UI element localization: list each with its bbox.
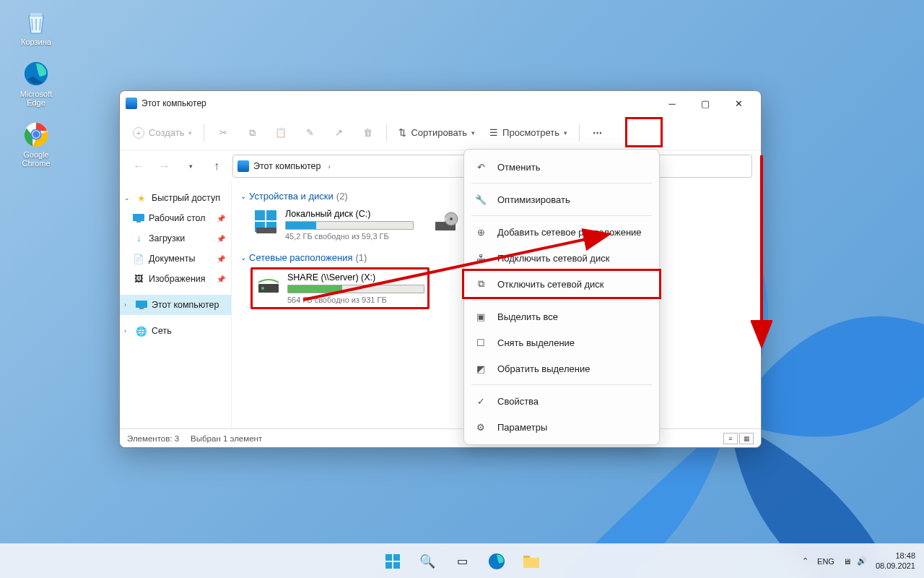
search-button[interactable]: 🔍 [412, 546, 443, 577]
sidebar-item-label: Быстрый доступ [152, 193, 220, 203]
sidebar-item-label: Изображения [149, 274, 206, 284]
undo-icon: ↶ [474, 160, 487, 173]
titlebar: Этот компьютер ─ ▢ ✕ [120, 91, 761, 116]
close-button[interactable]: ✕ [722, 92, 755, 115]
sidebar-item-downloads[interactable]: ↓ Загрузки 📌 [120, 228, 231, 249]
time-text: 18:48 [876, 551, 915, 561]
menu-item-label: Отключить сетевой диск [497, 279, 604, 290]
breadcrumb[interactable]: Этот компьютер [253, 161, 321, 171]
menu-item-options[interactable]: ⚙Параметры [464, 414, 659, 440]
chrome-icon [22, 120, 51, 149]
properties-icon: ✓ [474, 394, 487, 407]
volume-tray-icon[interactable]: 🔊 [857, 556, 867, 566]
pictures-icon: 🖼 [133, 273, 144, 285]
copy-button[interactable]: ⧉ [239, 121, 265, 145]
paste-icon: 📋 [275, 127, 287, 138]
drive-capacity-bar [287, 285, 424, 293]
start-button[interactable] [378, 546, 408, 577]
network-tray-icon[interactable]: 🖥 [843, 557, 851, 566]
select-none-icon: ☐ [474, 336, 487, 349]
taskbar-edge[interactable] [481, 546, 512, 577]
menu-item-label: Выделить все [497, 311, 558, 322]
window-title: Этот компьютер [141, 98, 206, 108]
svg-rect-10 [255, 210, 265, 220]
dvd-drive-icon: DVD [432, 209, 458, 235]
drive-free-text: 45,2 ГБ свободно из 59,3 ГБ [285, 232, 414, 241]
sidebar-item-desktop[interactable]: Рабочий стол 📌 [120, 208, 231, 228]
group-count: (2) [336, 191, 348, 202]
recycle-bin-icon [22, 7, 51, 36]
tray-chevron-up-icon[interactable]: ⌃ [802, 556, 808, 566]
menu-item-map-network-drive[interactable]: 🖧Подключить сетевой диск [464, 245, 659, 271]
share-button[interactable]: ↗ [326, 121, 352, 145]
desktop-icon-chrome[interactable]: Google Chrome [11, 120, 61, 168]
menu-item-select-all[interactable]: ▣Выделить все [464, 303, 659, 329]
menu-item-invert-selection[interactable]: ◩Обратить выделение [464, 355, 659, 381]
back-button[interactable]: ← [128, 156, 149, 176]
language-indicator[interactable]: ENG [817, 557, 834, 566]
view-icon: ☰ [489, 127, 498, 138]
add-network-icon: ⊕ [474, 225, 487, 238]
desktop-icon-recycle-bin[interactable]: Корзина [11, 7, 61, 46]
minimize-button[interactable]: ─ [655, 92, 689, 115]
forward-button[interactable]: → [154, 156, 175, 176]
drive-free-text: 564 ГБ свободно из 931 ГБ [287, 296, 424, 304]
pin-icon: 📌 [217, 215, 225, 223]
rename-button[interactable]: ✎ [297, 121, 323, 145]
statusbar: Элементов: 3 Выбран 1 элемент ≡ ▦ [120, 428, 761, 447]
drive-network-x[interactable]: SHARE (\\Server) (X:) 564 ГБ свободно из… [250, 267, 430, 309]
status-item-count: Элементов: 3 [127, 434, 179, 443]
task-view-button[interactable]: ▭ [447, 546, 477, 577]
sidebar-item-pictures[interactable]: 🖼 Изображения 📌 [120, 269, 231, 289]
menu-item-disconnect-network-drive[interactable]: ⧉Отключить сетевой диск [464, 271, 659, 297]
tiles-view-button[interactable]: ▦ [739, 433, 754, 444]
sidebar-item-documents[interactable]: 📄 Документы 📌 [120, 249, 231, 269]
this-pc-icon [237, 160, 249, 172]
up-button[interactable]: ↑ [206, 156, 227, 176]
delete-button[interactable]: 🗑 [354, 121, 380, 145]
chevron-right-icon: › [124, 327, 131, 335]
desktop-icon-edge[interactable]: Microsoft Edge [11, 59, 61, 107]
sort-button[interactable]: ⇅ Сортировать ▾ [393, 121, 481, 145]
desktop-icon-label: Корзина [21, 38, 51, 46]
trash-icon: 🗑 [363, 127, 372, 138]
paste-button[interactable]: 📋 [268, 121, 294, 145]
menu-item-label: Параметры [497, 422, 547, 433]
menu-item-label: Добавить сетевое расположение [497, 227, 642, 238]
svg-rect-8 [136, 301, 147, 308]
menu-item-select-none[interactable]: ☐Снять выделение [464, 329, 659, 355]
menu-item-add-network-location[interactable]: ⊕Добавить сетевое расположение [464, 219, 659, 245]
sidebar-item-network[interactable]: › 🌐 Сеть [120, 321, 231, 341]
recent-button[interactable]: ▾ [180, 156, 201, 176]
sidebar-item-quick-access[interactable]: ⌄ ★ Быстрый доступ [120, 188, 231, 208]
sidebar-item-label: Документы [149, 254, 195, 264]
new-button[interactable]: + Создать ▾ [127, 121, 198, 145]
details-view-button[interactable]: ≡ [723, 433, 738, 444]
rename-icon: ✎ [306, 127, 314, 138]
maximize-button[interactable]: ▢ [689, 92, 722, 115]
clock[interactable]: 18:48 08.09.2021 [876, 551, 915, 570]
more-button[interactable]: ⋯ [585, 121, 611, 145]
network-drive-icon [256, 272, 282, 298]
date-text: 08.09.2021 [876, 561, 915, 571]
new-label: Создать [149, 127, 184, 138]
copy-icon: ⧉ [249, 127, 256, 139]
network-icon: 🌐 [136, 325, 147, 337]
view-label: Просмотреть [502, 127, 559, 138]
search-icon: 🔍 [419, 553, 435, 569]
chevron-down-icon: ▾ [471, 129, 475, 137]
view-button[interactable]: ☰ Просмотреть ▾ [484, 121, 573, 145]
drive-local-c[interactable]: Локальный диск (C:) 45,2 ГБ свободно из … [250, 206, 417, 243]
cut-button[interactable]: ✂ [210, 121, 236, 145]
share-icon: ↗ [335, 127, 343, 138]
nav-row: ← → ▾ ↑ Этот компьютер › [120, 150, 761, 182]
chevron-right-icon: › [124, 301, 131, 309]
sidebar-item-this-pc[interactable]: › Этот компьютер [120, 295, 231, 315]
svg-point-20 [261, 287, 264, 290]
taskbar-explorer[interactable] [516, 546, 546, 577]
menu-item-optimize[interactable]: 🔧Оптимизировать [464, 186, 659, 212]
menu-item-undo[interactable]: ↶Отменить [464, 154, 659, 180]
this-pc-icon [136, 299, 147, 311]
svg-text:DVD: DVD [437, 217, 447, 221]
menu-item-properties[interactable]: ✓Свойства [464, 388, 659, 414]
